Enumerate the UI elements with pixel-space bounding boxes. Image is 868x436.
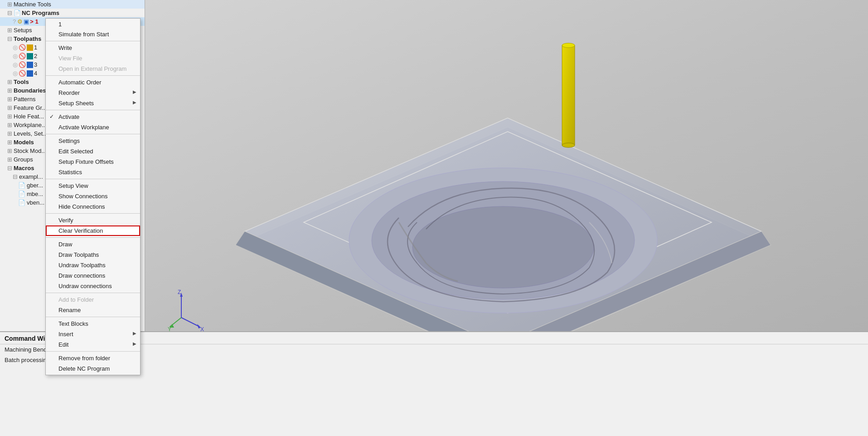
tree-label: 2 [34, 53, 37, 59]
menu-separator-2 [46, 75, 140, 76]
menu-separator-8 [46, 293, 140, 293]
svg-text:Y: Y [168, 326, 171, 331]
menu-item-write[interactable]: Write [46, 43, 140, 53]
tree-label: 4 [34, 70, 37, 77]
tree-label: Macros [14, 165, 34, 171]
tree-label: Feature Gr... [14, 104, 47, 111]
viewport[interactable]: Z Y X [145, 0, 868, 331]
menu-separator-4 [46, 134, 140, 134]
menu-item-add-to-folder: Add to Folder [46, 294, 140, 305]
tree-label: Machine Tools [14, 1, 51, 8]
menu-item-draw-connections[interactable]: Draw connections [46, 270, 140, 281]
tree-item-nc-programs[interactable]: ⊟ 📄 NC Programs [0, 9, 145, 17]
menu-item-text-blocks[interactable]: Text Blocks [46, 318, 140, 329]
menu-separator-5 [46, 179, 140, 179]
menu-item-delete-nc[interactable]: Delete NC Program [46, 363, 140, 374]
svg-text:Z: Z [178, 289, 181, 295]
3d-scene: Z Y X [145, 0, 868, 331]
tree-label: vben... [27, 199, 44, 206]
tree-label: Workplane... [14, 122, 47, 128]
menu-item-undraw-toolpaths[interactable]: Undraw Toolpaths [46, 260, 140, 270]
menu-item-insert[interactable]: Insert [46, 329, 140, 339]
menu-item-statistics[interactable]: Statistics [46, 167, 140, 177]
tree-label: 3 [34, 61, 37, 68]
menu-item-setup-fixture[interactable]: Setup Fixture Offsets [46, 157, 140, 167]
menu-item-draw[interactable]: Draw [46, 239, 140, 250]
menu-separator-7 [46, 237, 140, 238]
menu-item-undraw-connections[interactable]: Undraw connections [46, 281, 140, 291]
menu-item-reorder[interactable]: Reorder [46, 88, 140, 98]
menu-item-open-external: Open in External Program [46, 64, 140, 74]
tree-label: mbe... [27, 191, 43, 197]
menu-item-activate[interactable]: Activate [46, 112, 140, 122]
tree-label: Tools [14, 78, 29, 85]
menu-item-verify[interactable]: Verify [46, 215, 140, 225]
tp-color-teal [27, 53, 33, 59]
menu-item-draw-toolpaths[interactable]: Draw Toolpaths [46, 250, 140, 260]
menu-separator-9 [46, 317, 140, 317]
menu-item-view-file: View File [46, 53, 140, 64]
tree-label: Stock Mod... [14, 147, 46, 154]
tp-color-blue2 [27, 70, 33, 77]
tree-label: Boundaries [14, 87, 46, 94]
menu-separator-3 [46, 110, 140, 110]
svg-point-11 [562, 143, 575, 147]
menu-item-hide-connections[interactable]: Hide Connections [46, 201, 140, 212]
tree-label: NC Programs [22, 10, 59, 16]
tree-label: gber... [27, 182, 43, 189]
menu-separator-10 [46, 351, 140, 352]
tree-label: Models [14, 139, 34, 146]
tree-label: Toolpaths [14, 35, 41, 42]
tree-label: Groups [14, 156, 33, 163]
menu-item-setup-view[interactable]: Setup View [46, 181, 140, 191]
menu-item-activate-workplane[interactable]: Activate Workplane [46, 122, 140, 132]
tp-color-blue [27, 62, 33, 68]
menu-item-auto-order[interactable]: Automatic Order [46, 77, 140, 88]
tree-label: Levels, Set... [14, 130, 48, 137]
svg-point-8 [412, 206, 594, 288]
tree-label: Hole Feat... [14, 113, 44, 120]
svg-rect-9 [562, 45, 575, 145]
tree-label: Patterns [14, 96, 35, 103]
tp-color-yellow [27, 44, 33, 51]
menu-item-clear-verification[interactable]: Clear Verification [46, 225, 140, 236]
tree-label: 1 [34, 44, 37, 51]
menu-header-number: 1 [46, 20, 140, 29]
tree-label: exampl... [19, 173, 43, 180]
tree-item-machine-tools[interactable]: ⊞ Machine Tools [0, 0, 145, 9]
menu-item-edit[interactable]: Edit [46, 339, 140, 350]
svg-point-10 [562, 43, 575, 48]
svg-text:X: X [200, 326, 204, 331]
menu-item-settings[interactable]: Settings [46, 136, 140, 146]
menu-item-setup-sheets[interactable]: Setup Sheets [46, 98, 140, 108]
menu-item-edit-selected[interactable]: Edit Selected [46, 146, 140, 157]
menu-item-remove-folder[interactable]: Remove from folder [46, 353, 140, 363]
menu-item-simulate[interactable]: Simulate from Start [46, 29, 140, 39]
menu-separator-6 [46, 213, 140, 214]
context-menu: 1 Simulate from Start Write View File Op… [45, 18, 141, 375]
tree-label: Setups [14, 27, 32, 34]
menu-item-rename[interactable]: Rename [46, 305, 140, 315]
menu-item-show-connections[interactable]: Show Connections [46, 191, 140, 201]
menu-separator-1 [46, 41, 140, 41]
